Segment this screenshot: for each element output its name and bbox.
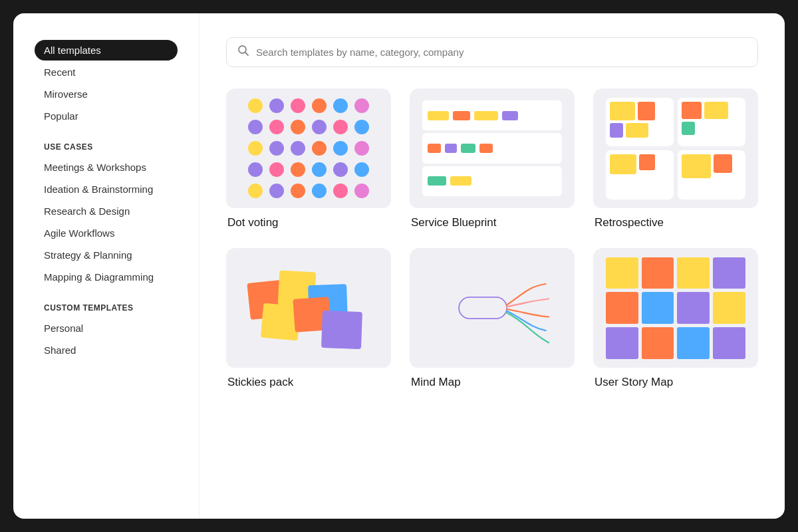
template-thumb-retrospective [593,88,758,208]
sidebar-item-agile-workflows[interactable]: Agile Workflows [35,223,178,243]
template-name-stickies-pack: Stickies pack [226,376,391,389]
sidebar-item-recent[interactable]: Recent [35,62,178,82]
template-thumb-service-blueprint [410,88,575,208]
sidebar-item-ideation-brainstorming[interactable]: Ideation & Brainstorming [35,179,178,200]
template-name-dot-voting: Dot voting [226,216,391,229]
template-name-retrospective: Retrospective [593,216,758,229]
sidebar-top-nav: All templates Recent Miroverse Popular [35,40,178,126]
template-thumb-dot-voting [226,88,391,208]
template-grid: Dot voting [226,88,758,389]
main-content: Dot voting [200,13,785,519]
template-name-service-blueprint: Service Blueprint [410,216,575,229]
sidebar-item-meetings-workshops[interactable]: Meetings & Workshops [35,157,178,178]
stickies-visual [242,261,375,354]
app-window: All templates Recent Miroverse Popular U… [13,13,785,519]
retro-visual [606,98,746,200]
custom-templates-nav: Personal Shared [35,318,178,360]
template-card-mind-map[interactable]: Mind Map [410,248,575,389]
sidebar-item-shared[interactable]: Shared [35,340,178,360]
template-card-stickies-pack[interactable]: Stickies pack [226,248,391,389]
sidebar-item-research-design[interactable]: Research & Design [35,201,178,221]
svg-line-1 [245,53,249,56]
dot-voting-visual [248,98,369,198]
sidebar-item-personal[interactable]: Personal [35,318,178,338]
search-icon [237,45,249,60]
use-cases-section-label: USE CASES [44,142,178,152]
sidebar: All templates Recent Miroverse Popular U… [13,13,200,519]
sidebar-item-miroverse[interactable]: Miroverse [35,84,178,104]
search-bar[interactable] [226,37,758,67]
template-card-user-story-map[interactable]: User Story Map [593,248,758,389]
custom-templates-section-label: CUSTOM TEMPLATES [44,303,178,313]
sidebar-item-popular[interactable]: Popular [35,106,178,126]
service-blueprint-visual [422,100,563,196]
user-story-visual [606,257,746,359]
template-thumb-stickies-pack [226,248,391,368]
template-thumb-mind-map [410,248,575,368]
template-card-service-blueprint[interactable]: Service Blueprint [410,88,575,229]
template-thumb-user-story-map [593,248,758,368]
sidebar-item-all-templates[interactable]: All templates [35,40,178,61]
svg-rect-2 [460,297,507,319]
template-name-mind-map: Mind Map [410,376,575,389]
template-name-user-story-map: User Story Map [593,376,758,389]
mindmap-visual [418,260,566,356]
use-cases-nav: Meetings & Workshops Ideation & Brainsto… [35,157,178,287]
template-card-dot-voting[interactable]: Dot voting [226,88,391,229]
search-input[interactable] [256,47,747,58]
sidebar-item-strategy-planning[interactable]: Strategy & Planning [35,245,178,265]
template-card-retrospective[interactable]: Retrospective [593,88,758,229]
sidebar-item-mapping-diagramming[interactable]: Mapping & Diagramming [35,267,178,287]
